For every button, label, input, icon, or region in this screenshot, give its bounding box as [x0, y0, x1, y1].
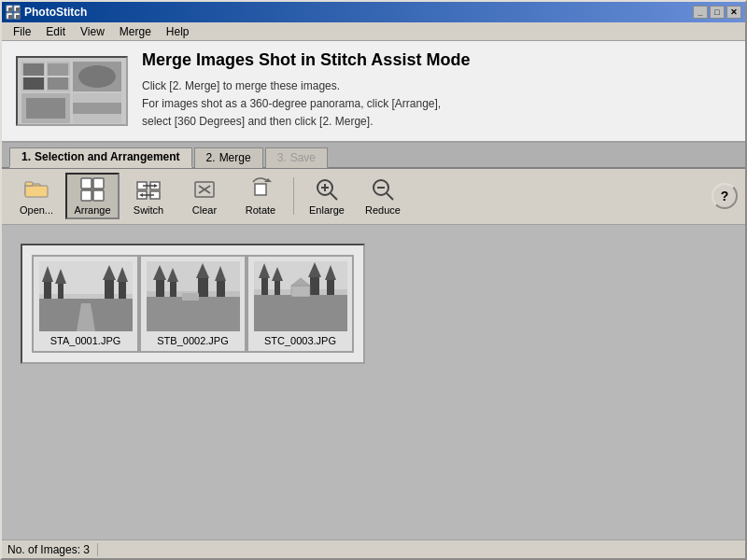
svg-rect-86 — [291, 286, 310, 297]
title-bar-left: PhotoStitch — [6, 5, 87, 20]
svg-rect-24 — [25, 182, 33, 186]
reduce-label: Reduce — [365, 204, 401, 216]
rotate-icon — [247, 176, 274, 203]
arrange-button[interactable]: Arrange — [65, 173, 120, 219]
status-bar: No. of Images: 3 — [2, 539, 745, 558]
logo-img3 — [21, 93, 70, 123]
svg-rect-10 — [48, 63, 68, 76]
svg-rect-65 — [147, 297, 240, 331]
image-filename: STA_0001.JPG — [50, 335, 121, 346]
header-instruction-2: For images shot as a 360-degree panorama… — [142, 95, 470, 113]
tab-selection[interactable]: 1. Selection and Arrangement — [9, 147, 192, 168]
svg-rect-42 — [255, 184, 266, 195]
header-area: Merge Images Shot in Stitch Assist Mode … — [2, 41, 745, 143]
header-instruction-3: select [360 Degrees] and then click [2. … — [142, 113, 470, 131]
svg-rect-26 — [93, 178, 104, 189]
status-text: No. of Images: 3 — [7, 543, 98, 556]
switch-label: Switch — [134, 204, 163, 216]
menu-bar: File Edit View Merge Help — [2, 22, 745, 41]
content-wrapper: Merge Images Shot in Stitch Assist Mode … — [2, 41, 745, 558]
svg-rect-70 — [198, 276, 208, 297]
reduce-button[interactable]: Reduce — [356, 173, 410, 219]
svg-line-49 — [387, 193, 393, 200]
toolbar: Open... Arrange — [2, 169, 745, 225]
svg-rect-56 — [58, 282, 63, 299]
toolbar-separator — [293, 177, 294, 215]
svg-rect-23 — [25, 186, 48, 197]
svg-rect-27 — [81, 190, 92, 201]
header-logo — [16, 56, 128, 126]
svg-rect-66 — [156, 278, 164, 297]
clear-label: Clear — [192, 204, 217, 216]
enlarge-label: Enlarge — [309, 204, 345, 216]
menu-edit[interactable]: Edit — [38, 23, 73, 40]
main-area: STA_0001.JPG — [2, 225, 745, 539]
help-button[interactable]: ? — [712, 183, 738, 209]
enlarge-button[interactable]: Enlarge — [300, 173, 354, 219]
enlarge-icon — [314, 176, 340, 203]
svg-rect-5 — [16, 7, 20, 11]
switch-icon — [135, 176, 162, 203]
tab1-label: Selection and Arrangement — [35, 150, 180, 163]
menu-merge[interactable]: Merge — [112, 23, 159, 40]
rotate-label: Rotate — [246, 204, 275, 216]
svg-point-17 — [78, 65, 116, 88]
tab3-label: Save — [290, 151, 316, 164]
image-grid: STA_0001.JPG — [21, 244, 365, 364]
image-filename: STB_0002.JPG — [157, 335, 228, 346]
header-instruction-1: Click [2. Merge] to merge these images. — [142, 77, 470, 95]
svg-rect-80 — [275, 279, 280, 295]
svg-rect-82 — [310, 275, 319, 295]
rotate-button[interactable]: Rotate — [233, 173, 288, 219]
svg-rect-77 — [254, 295, 347, 331]
clear-icon — [191, 176, 218, 203]
switch-button[interactable]: Switch — [121, 173, 176, 219]
minimize-button[interactable]: _ — [693, 6, 708, 19]
svg-rect-84 — [327, 278, 334, 295]
menu-view[interactable]: View — [73, 23, 112, 40]
logo-img1 — [21, 62, 70, 91]
tab-save[interactable]: 3. Save — [265, 147, 328, 168]
open-icon — [23, 176, 49, 203]
logo-img2 — [73, 62, 121, 91]
tabs-area: 1. Selection and Arrangement 2. Merge 3.… — [2, 143, 745, 169]
logo-img4 — [73, 93, 121, 123]
svg-rect-4 — [8, 7, 12, 11]
tab2-label: Merge — [219, 151, 251, 164]
close-button[interactable]: ✕ — [726, 6, 741, 19]
svg-rect-54 — [44, 280, 51, 299]
menu-help[interactable]: Help — [159, 23, 197, 40]
image-thumbnail — [39, 261, 133, 331]
svg-rect-9 — [23, 63, 44, 76]
svg-line-45 — [331, 193, 337, 200]
tab2-number: 2. — [206, 151, 216, 164]
svg-rect-74 — [182, 293, 199, 301]
tab3-number: 3. — [277, 151, 287, 164]
image-thumbnail — [147, 261, 240, 331]
image-thumbnail — [254, 261, 347, 331]
menu-file[interactable]: File — [6, 23, 38, 40]
svg-rect-72 — [217, 279, 225, 297]
svg-rect-25 — [81, 178, 92, 189]
list-item[interactable]: STC_0003.JPG — [247, 255, 354, 353]
svg-rect-68 — [170, 280, 176, 297]
svg-rect-28 — [93, 190, 104, 201]
svg-rect-7 — [16, 15, 20, 19]
maximize-button[interactable]: □ — [710, 6, 725, 19]
header-title: Merge Images Shot in Stitch Assist Mode — [142, 50, 470, 70]
list-item[interactable]: STA_0001.JPG — [32, 255, 139, 353]
list-item[interactable]: STB_0002.JPG — [139, 255, 247, 353]
svg-rect-21 — [73, 103, 121, 114]
image-filename: STC_0003.JPG — [264, 335, 336, 346]
arrange-icon — [79, 176, 106, 203]
svg-rect-60 — [119, 280, 126, 299]
header-text: Merge Images Shot in Stitch Assist Mode … — [142, 50, 470, 132]
open-button[interactable]: Open... — [9, 173, 63, 219]
tab-merge[interactable]: 2. Merge — [194, 147, 263, 168]
clear-button[interactable]: Clear — [177, 173, 232, 219]
arrange-label: Arrange — [74, 204, 110, 216]
svg-rect-78 — [261, 276, 268, 295]
svg-rect-6 — [8, 15, 12, 19]
title-bar: PhotoStitch _ □ ✕ — [2, 2, 745, 22]
svg-rect-19 — [26, 98, 65, 119]
